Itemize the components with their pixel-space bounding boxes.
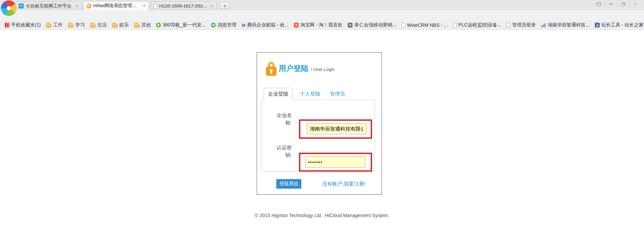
bookmark-huachen[interactable]: 湖南华辰智通科技...: [538, 21, 592, 29]
annotation-box-company: [299, 119, 372, 139]
bookmark-label: 生活: [97, 22, 107, 28]
minimize-button[interactable]: [605, 1, 617, 7]
bookmark-message-manage[interactable]: 消息管理: [208, 21, 239, 29]
page-content: 用户登陆 / User Login 企业登陆 个人登陆 管理员 企业名称: 认证…: [0, 30, 644, 230]
folder-icon: [68, 24, 73, 27]
bookmark-label: 360导航_新一代安...: [163, 22, 206, 28]
bookmark-folder-other[interactable]: 其他: [131, 21, 153, 29]
bookmark-label: 消息管理: [217, 22, 236, 28]
register-link[interactable]: 没有账户,我要注册!: [322, 181, 365, 187]
phone-icon: [5, 23, 9, 27]
bookmark-label: 管理员登录: [512, 22, 536, 28]
login-tab-personal[interactable]: 个人登陆: [300, 88, 320, 100]
bookmark-label: 湖南华辰智通科技...: [548, 22, 589, 28]
bookmark-label: WiseCRM NBS - ...: [407, 22, 448, 28]
bar-chart-icon: [541, 23, 546, 27]
new-tab-button[interactable]: +: [220, 2, 230, 9]
lock-icon: [265, 60, 277, 77]
bookmark-label: 淘宝网 - 淘！我喜欢: [300, 22, 342, 28]
bookmark-webmaster-tools[interactable]: 站长工具 - 站长之家: [592, 21, 644, 29]
folder-icon: [46, 24, 51, 27]
mail-icon: M: [242, 23, 245, 28]
taobao-icon: 淘: [294, 23, 299, 27]
bookmark-label: 单仁合强移动营销...: [354, 22, 396, 28]
bookmark-label: 腾讯企业邮箱 - 收...: [247, 22, 288, 28]
bookmark-label: 站长工具 - 站长之家: [601, 22, 643, 28]
bookmark-label: 其他: [141, 22, 151, 28]
browser-logo-icon[interactable]: [1, 0, 17, 16]
bookmark-label: PLC远程监控|设备...: [458, 22, 501, 28]
bookmark-admin-login[interactable]: 管理员登录: [504, 21, 538, 29]
login-header: 用户登陆 / User Login: [279, 63, 335, 74]
browser-tab-jinmubiao[interactable]: 今 今目标互联网工作平台 ×: [16, 1, 82, 10]
bookmark-taobao[interactable]: 淘 淘宝网 - 淘！我喜欢: [291, 21, 345, 29]
login-panel: 用户登陆 / User Login 企业登陆 个人登陆 管理员 企业名称: 认证…: [257, 52, 382, 195]
browser-tab-h120[interactable]: H120-1509-1617-2932-77 ×: [150, 1, 217, 10]
message-icon: [211, 23, 216, 27]
bookmark-label: 学习: [75, 22, 85, 28]
bookmark-folder-entertainment[interactable]: 娱乐: [109, 21, 131, 29]
hinet-favicon-icon: [86, 3, 91, 8]
bookmark-wisecrm[interactable]: WiseCRM NBS - ...: [399, 21, 450, 29]
tab-close-icon[interactable]: ×: [142, 3, 146, 8]
window-controls: ×: [593, 1, 641, 7]
page-icon: [402, 23, 405, 27]
jinmubiao-favicon-icon: 今: [19, 3, 24, 8]
login-submit-button[interactable]: 登陆系统: [276, 179, 301, 189]
webmaster-tools-icon: [595, 23, 600, 27]
login-subtitle: / User Login: [311, 67, 335, 72]
danren-icon: 单: [348, 23, 352, 27]
folder-icon: [112, 24, 117, 27]
page-icon: [507, 23, 510, 27]
bookmark-danren[interactable]: 单 单仁合强移动营销...: [345, 21, 399, 29]
browser-tab-hinet[interactable]: HiNet网络系统管理平台 ×: [83, 1, 149, 10]
auth-key-label: 认证密钥:: [275, 144, 292, 159]
folder-icon: [134, 24, 139, 27]
login-tab-enterprise[interactable]: 企业登陆: [264, 88, 293, 100]
footer-copyright: © 2015 Hignton Technology Ltd . HiCloud …: [0, 213, 644, 218]
bookmarks-bar: 手机收藏夹(1) 工作 学习 生活 娱乐 其他 360导航_新一代安... 消息…: [0, 21, 644, 30]
maximize-button[interactable]: [617, 1, 629, 7]
minimize-icon: [609, 4, 613, 4]
tab-close-icon[interactable]: ×: [210, 3, 214, 9]
bookmark-label: 娱乐: [119, 22, 129, 28]
tab-close-icon[interactable]: ×: [75, 3, 79, 9]
page-icon: [453, 23, 457, 27]
bookmark-folder-work[interactable]: 工作: [43, 21, 65, 29]
bookmark-folder-study[interactable]: 学习: [65, 21, 87, 29]
bookmark-tencent-mail[interactable]: M 腾讯企业邮箱 - 收...: [239, 21, 291, 29]
login-title: 用户登陆: [279, 63, 308, 74]
blank-page-favicon-icon: [153, 4, 157, 8]
bookmark-label: 手机收藏夹(1): [11, 22, 41, 28]
annotation-box-key: [299, 153, 372, 172]
360-nav-icon: [156, 23, 161, 27]
bookmark-mobile-favorites[interactable]: 手机收藏夹(1): [2, 21, 43, 29]
close-button[interactable]: ×: [629, 1, 641, 7]
browser-titlebar: 今 今目标互联网工作平台 × HiNet网络系统管理平台 × H120-1509…: [0, 0, 644, 10]
bookmark-plc-monitor[interactable]: PLC远程监控|设备...: [450, 21, 504, 29]
tab-title: H120-1509-1617-2932-77: [159, 3, 208, 8]
browser-navbar: ← ↻ ↶ ☆ + plc.hignton.com/V2/ ⚡ ☆ ▾ ▾ ad…: [0, 10, 644, 21]
login-tab-admin[interactable]: 管理员: [330, 88, 345, 100]
bookmark-label: 工作: [53, 22, 63, 28]
bookmark-folder-life[interactable]: 生活: [87, 21, 109, 29]
bookmark-360-nav[interactable]: 360导航_新一代安...: [153, 21, 208, 29]
skin-icon[interactable]: [593, 1, 605, 7]
folder-icon: [90, 24, 95, 27]
tab-title: HiNet网络系统管理平台: [93, 3, 140, 9]
tab-strip: 今 今目标互联网工作平台 × HiNet网络系统管理平台 × H120-1509…: [16, 1, 230, 10]
tab-title: 今目标互联网工作平台: [26, 3, 73, 9]
company-name-label: 企业名称:: [275, 112, 292, 127]
